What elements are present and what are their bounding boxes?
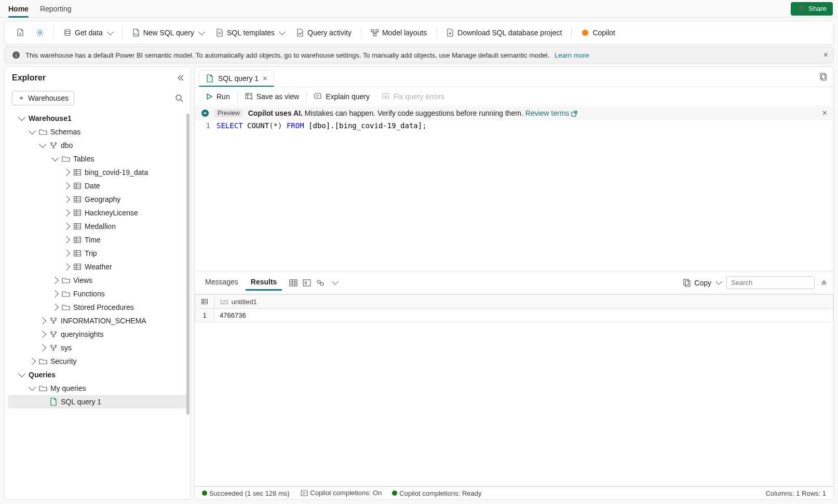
search-icon[interactable] bbox=[175, 94, 183, 102]
tree-views[interactable]: Views bbox=[8, 274, 187, 287]
tree-queries[interactable]: Queries bbox=[8, 368, 187, 382]
folder-icon bbox=[39, 357, 47, 365]
explain-query-button[interactable]: Explain query bbox=[309, 90, 375, 103]
table-row[interactable]: 1 4766736 bbox=[195, 309, 833, 322]
tree-table-item[interactable]: bing_covid-19_data bbox=[8, 166, 187, 179]
file-tab-bar: SQL query 1 × bbox=[194, 66, 834, 87]
svg-point-12 bbox=[55, 143, 57, 144]
folder-icon bbox=[62, 276, 70, 284]
model-layouts-label: Model layouts bbox=[382, 29, 427, 37]
svg-rect-42 bbox=[684, 279, 688, 285]
workspace: SQL query 1 × Run Save as view Explain q… bbox=[194, 66, 834, 500]
model-layouts-button[interactable]: Model layouts bbox=[367, 26, 431, 39]
sql-file-icon: SQL bbox=[132, 29, 140, 37]
svg-rect-21 bbox=[74, 264, 81, 270]
svg-rect-18 bbox=[74, 224, 81, 229]
svg-rect-32 bbox=[822, 75, 827, 80]
tree-table-item[interactable]: Time bbox=[8, 233, 187, 247]
page-plus-icon bbox=[16, 29, 24, 37]
svg-rect-4 bbox=[371, 30, 374, 32]
more-results-options[interactable] bbox=[330, 279, 338, 287]
table-icon bbox=[73, 249, 82, 257]
sql-editor[interactable]: 1 SELECT COUNT(*) FROM [dbo].[bing_covid… bbox=[194, 120, 834, 271]
schema-icon bbox=[49, 317, 58, 325]
folder-icon bbox=[62, 290, 70, 298]
folder-icon bbox=[39, 128, 47, 136]
tree-functions[interactable]: Functions bbox=[8, 287, 187, 301]
close-banner-button[interactable]: × bbox=[823, 50, 828, 60]
tree-security[interactable]: Security bbox=[8, 355, 187, 368]
run-button[interactable]: Run bbox=[200, 90, 235, 103]
tree-query-item[interactable]: SQL query 1 bbox=[8, 395, 187, 408]
svg-point-10 bbox=[176, 95, 181, 100]
svg-rect-19 bbox=[74, 237, 81, 243]
tab-home[interactable]: Home bbox=[8, 1, 29, 17]
tree-table-item[interactable]: Weather bbox=[8, 260, 187, 274]
new-item-button[interactable] bbox=[12, 26, 29, 39]
tab-reporting[interactable]: Reporting bbox=[40, 1, 72, 17]
schema-icon bbox=[49, 330, 58, 338]
gear-icon bbox=[36, 29, 44, 37]
new-sql-button[interactable]: SQL New SQL query bbox=[128, 26, 208, 39]
tree-schema-item[interactable]: sys bbox=[8, 341, 187, 355]
settings-button[interactable] bbox=[32, 26, 48, 39]
tree-table-item[interactable]: Geography bbox=[8, 193, 187, 206]
tree-table-item[interactable]: Date bbox=[8, 179, 187, 193]
add-warehouse-button[interactable]: ＋ Warehouses bbox=[12, 91, 74, 105]
svg-point-25 bbox=[51, 332, 52, 333]
tree-warehouse[interactable]: Warehouse1 bbox=[8, 112, 187, 125]
tree-schema-item[interactable]: queryinsights bbox=[8, 328, 187, 341]
tree-schema-item[interactable]: INFORMATION_SCHEMA bbox=[8, 314, 187, 328]
scrollbar-thumb[interactable] bbox=[186, 114, 190, 415]
tree-table-item[interactable]: HackneyLicense bbox=[8, 206, 187, 220]
tree-table-item[interactable]: Medallion bbox=[8, 220, 187, 233]
editor-content[interactable]: SELECT COUNT(*) FROM [dbo].[bing_covid-1… bbox=[215, 120, 833, 271]
tab-results[interactable]: Results bbox=[246, 275, 282, 291]
row-selector-header[interactable] bbox=[195, 295, 214, 309]
sql-templates-button[interactable]: SQL templates bbox=[211, 26, 289, 39]
excel-icon[interactable] bbox=[303, 279, 311, 287]
svg-rect-34 bbox=[315, 93, 321, 99]
svg-point-26 bbox=[55, 332, 57, 333]
svg-point-41 bbox=[320, 282, 323, 285]
tree-table-item[interactable]: Trip bbox=[8, 247, 187, 260]
svg-rect-15 bbox=[74, 183, 81, 189]
status-copilot-ready: Copilot completions: Ready bbox=[392, 489, 481, 497]
download-project-button[interactable]: Download SQL database project bbox=[442, 26, 566, 39]
tree-tables[interactable]: Tables bbox=[8, 152, 187, 166]
share-button[interactable]: Share bbox=[791, 2, 833, 16]
status-bar: Succeeded (1 sec 128 ms) Copilot complet… bbox=[194, 486, 834, 500]
tree-schema-dbo[interactable]: dbo bbox=[8, 139, 187, 152]
results-grid[interactable]: 123untitled1 1 4766736 bbox=[194, 294, 834, 486]
editor-gutter: 1 bbox=[195, 120, 215, 271]
preview-tag: Preview bbox=[214, 109, 243, 117]
expand-results-icon[interactable] bbox=[820, 279, 828, 287]
visualize-icon[interactable] bbox=[316, 279, 325, 287]
svg-point-22 bbox=[51, 318, 52, 320]
tree-sprocs[interactable]: Stored Procedures bbox=[8, 301, 187, 314]
explorer-panel: Explorer ＋ Warehouses Warehouse1 Schemas… bbox=[4, 66, 191, 500]
copilot-button[interactable]: Copilot bbox=[577, 26, 619, 39]
query-activity-button[interactable]: Query activity bbox=[292, 26, 356, 39]
grid-icon[interactable] bbox=[289, 279, 298, 287]
tree-schemas[interactable]: Schemas bbox=[8, 125, 187, 139]
save-as-view-button[interactable]: Save as view bbox=[240, 90, 304, 103]
info-banner-text: This warehouse has a default Power BI se… bbox=[25, 51, 549, 59]
close-copilot-banner[interactable]: × bbox=[822, 108, 827, 118]
collapse-explorer-button[interactable] bbox=[176, 74, 184, 82]
results-search-input[interactable] bbox=[726, 276, 815, 289]
learn-more-link[interactable]: Learn more bbox=[555, 51, 589, 59]
copy-layout-icon[interactable] bbox=[819, 73, 827, 81]
review-terms-link[interactable]: Review terms bbox=[525, 109, 578, 117]
tree-my-queries[interactable]: My queries bbox=[8, 382, 187, 395]
get-data-button[interactable]: Get data bbox=[59, 26, 117, 39]
file-tab[interactable]: SQL query 1 × bbox=[199, 70, 274, 87]
tab-messages[interactable]: Messages bbox=[200, 275, 244, 291]
copy-button[interactable]: Copy bbox=[683, 279, 721, 287]
folder-icon bbox=[62, 303, 70, 311]
close-tab-button[interactable]: × bbox=[263, 74, 267, 83]
query-activity-label: Query activity bbox=[307, 29, 352, 37]
column-header[interactable]: 123untitled1 bbox=[214, 295, 833, 309]
svg-point-2 bbox=[65, 30, 70, 32]
svg-point-29 bbox=[55, 345, 57, 347]
